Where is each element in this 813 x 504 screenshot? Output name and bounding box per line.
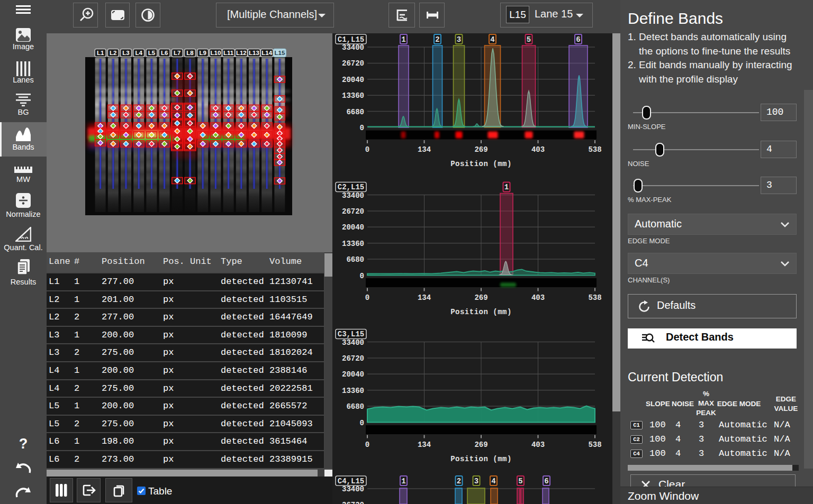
svg-text:403: 403: [531, 294, 545, 302]
svg-text:0: 0: [360, 272, 364, 280]
svg-text:13360: 13360: [342, 240, 364, 248]
svg-text:L3: L3: [122, 50, 129, 56]
svg-text:Position (mm): Position (mm): [450, 455, 512, 463]
svg-text:2: 2: [435, 35, 439, 44]
svg-text:26720: 26720: [342, 59, 364, 68]
svg-text:0: 0: [365, 441, 369, 449]
svg-text:13360: 13360: [342, 387, 364, 395]
svg-text:13360: 13360: [342, 91, 364, 100]
svg-text:538: 538: [588, 441, 601, 449]
svg-text:L12: L12: [236, 50, 247, 56]
svg-text:1: 1: [401, 35, 405, 44]
svg-text:6: 6: [544, 477, 548, 485]
svg-text:1: 1: [504, 183, 509, 191]
svg-text:134: 134: [418, 145, 431, 154]
svg-text:L7: L7: [174, 50, 180, 56]
svg-text:0: 0: [365, 294, 369, 302]
svg-text:C4,L15: C4,L15: [338, 477, 364, 485]
svg-text:L5: L5: [148, 50, 156, 56]
svg-text:538: 538: [588, 145, 601, 154]
svg-text:C3,L15: C3,L15: [338, 330, 364, 338]
svg-text:L10: L10: [210, 50, 221, 56]
svg-text:L1: L1: [97, 50, 104, 56]
svg-text:33400: 33400: [342, 485, 364, 493]
svg-text:L13: L13: [249, 50, 259, 56]
svg-text:L6: L6: [161, 50, 168, 56]
svg-text:403: 403: [531, 441, 545, 449]
svg-text:L4: L4: [135, 50, 142, 56]
svg-text:403: 403: [531, 145, 545, 154]
svg-text:20040: 20040: [342, 370, 364, 379]
svg-text:26720: 26720: [342, 207, 364, 216]
svg-text:26720: 26720: [342, 354, 364, 363]
svg-text:6680: 6680: [346, 255, 364, 264]
svg-text:L14: L14: [261, 50, 272, 56]
svg-text:269: 269: [474, 441, 487, 449]
svg-text:6680: 6680: [346, 108, 364, 116]
svg-text:26720: 26720: [342, 501, 364, 504]
svg-text:134: 134: [418, 441, 431, 449]
svg-text:20040: 20040: [342, 223, 364, 232]
svg-text:1: 1: [401, 477, 405, 485]
svg-text:5: 5: [518, 477, 522, 485]
svg-text:269: 269: [474, 145, 487, 154]
svg-text:0: 0: [360, 419, 364, 427]
svg-text:Position (mm): Position (mm): [450, 308, 512, 316]
svg-text:L2: L2: [110, 50, 116, 56]
svg-text:33400: 33400: [342, 43, 364, 52]
svg-text:4: 4: [491, 477, 495, 485]
svg-text:5: 5: [527, 35, 531, 44]
svg-text:C2,L15: C2,L15: [338, 183, 364, 191]
svg-text:C1,L15: C1,L15: [338, 35, 364, 44]
svg-text:L9: L9: [199, 50, 206, 56]
svg-text:4: 4: [490, 35, 494, 44]
svg-text:20040: 20040: [342, 76, 364, 84]
svg-text:3: 3: [457, 35, 461, 44]
svg-text:33400: 33400: [342, 338, 364, 347]
svg-text:L11: L11: [223, 50, 234, 56]
svg-text:269: 269: [474, 294, 487, 302]
svg-text:0: 0: [360, 124, 364, 132]
svg-text:Position (mm): Position (mm): [450, 160, 512, 168]
svg-text:538: 538: [588, 294, 601, 302]
svg-text:L15: L15: [274, 50, 285, 56]
svg-text:2: 2: [457, 477, 461, 485]
svg-text:33400: 33400: [342, 191, 364, 200]
svg-text:0: 0: [365, 145, 369, 154]
svg-text:3: 3: [474, 477, 478, 485]
svg-text:6: 6: [576, 35, 580, 44]
svg-text:L8: L8: [186, 50, 194, 56]
svg-text:134: 134: [418, 294, 431, 302]
svg-text:6680: 6680: [346, 402, 364, 411]
